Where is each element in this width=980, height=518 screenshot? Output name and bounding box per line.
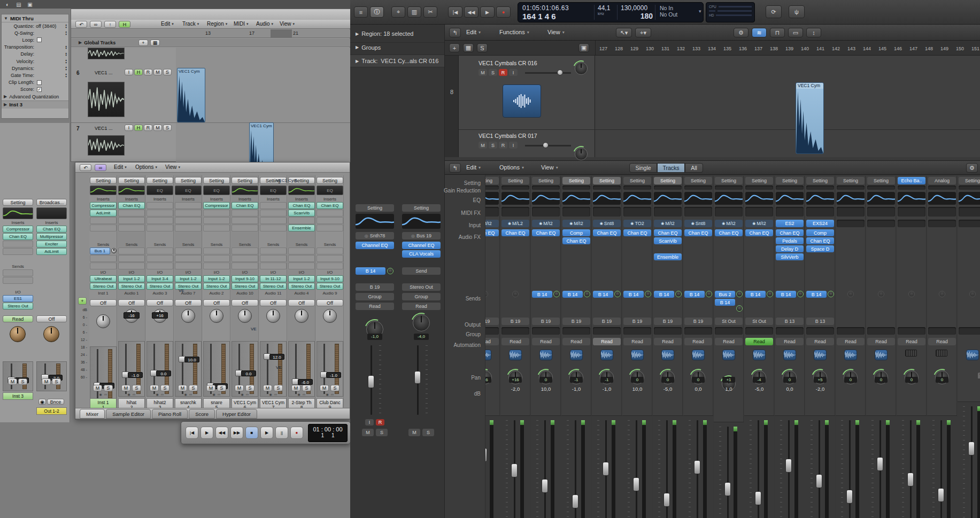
add-channel-button[interactable]: + [78, 297, 87, 305]
insert-slot-empty[interactable] [203, 210, 230, 217]
setting-button[interactable]: Broadcas... [36, 199, 67, 206]
audio-fx-slot[interactable]: Comp [806, 229, 834, 236]
back-icon[interactable]: ↰ [449, 28, 461, 37]
setting-button[interactable]: Setting [715, 177, 743, 184]
audio-fx-slot[interactable]: SilvVerb [776, 253, 804, 260]
audio-fx-slot[interactable]: Ensemble [654, 253, 682, 260]
insert-slot-empty[interactable] [118, 225, 145, 231]
solo-button[interactable]: S [132, 385, 141, 391]
send-slot-empty[interactable] [118, 262, 145, 269]
tab-score[interactable]: Score [189, 409, 215, 419]
track-h-button[interactable]: H [134, 69, 143, 75]
mute-button[interactable]: M [291, 385, 300, 391]
eq-display[interactable] [623, 192, 651, 205]
eq-display[interactable] [356, 214, 394, 229]
output-slot[interactable]: Stereo Out [203, 283, 230, 290]
send-knob[interactable] [706, 291, 712, 297]
volume-fader[interactable] [542, 479, 548, 493]
menu-region[interactable]: Region▾ [207, 21, 227, 27]
setting-button[interactable]: Analog [928, 177, 956, 184]
send-slot[interactable]: Bus 1 [90, 248, 110, 254]
track-r-button[interactable]: R [144, 125, 152, 131]
bounce-button[interactable]: Bnce [47, 399, 64, 405]
output-slot[interactable]: Stereo Out [288, 283, 315, 290]
setting-button[interactable]: Setting [317, 177, 343, 184]
eq-display[interactable] [684, 192, 712, 205]
eq-display[interactable] [928, 192, 956, 205]
input-slot[interactable]: In 11-12 [260, 275, 287, 282]
group-slot[interactable] [654, 327, 682, 335]
audio-fx-slot[interactable]: Chan EQ [623, 229, 651, 236]
eq-display[interactable] [715, 192, 743, 205]
pause-button[interactable]: || [275, 427, 288, 439]
send-knob[interactable] [736, 305, 743, 312]
setting-button[interactable]: Setting [501, 177, 529, 184]
output-slot[interactable]: B 19 [654, 318, 682, 325]
global-tracks-bar[interactable]: ▶Global Tracks+▦ [71, 38, 351, 47]
duplicate-track-button[interactable]: ▦ [463, 43, 474, 52]
input-slot[interactable]: ◉Snt8 [684, 220, 712, 227]
send-knob[interactable] [387, 268, 393, 274]
insert-slot[interactable]: Chan EQ [317, 202, 343, 209]
param-checkbox[interactable]: ✓ [37, 87, 42, 92]
send-knob[interactable] [767, 291, 773, 297]
group-slot[interactable]: Group [356, 293, 394, 300]
send-slot-empty[interactable] [90, 255, 117, 262]
param-stepper[interactable]: ▴▾ [65, 45, 67, 50]
automation-mode-button[interactable]: Read [356, 303, 394, 310]
pan-knob[interactable] [413, 314, 430, 331]
app-icon-2[interactable]: ▤ [14, 1, 23, 8]
param-stepper[interactable]: ▴▾ [65, 66, 67, 71]
region-header[interactable]: Region: 18 selected [361, 30, 413, 37]
insert-slot[interactable]: Compressor [203, 202, 230, 209]
input-slot[interactable]: Ultrabeat [90, 275, 117, 282]
automation-mode-button[interactable]: Read [501, 338, 529, 345]
eq-display[interactable] [776, 192, 804, 205]
volume-fader[interactable] [368, 375, 374, 388]
volume-fader[interactable] [511, 463, 518, 477]
track-pan-knob[interactable] [575, 148, 588, 160]
mute-button[interactable]: M [235, 385, 244, 391]
solo-button[interactable]: S [302, 385, 311, 391]
insert-slot[interactable]: Multipressor [36, 233, 67, 240]
mute-button[interactable]: M [42, 378, 51, 385]
forward-button[interactable]: ▶▶ [230, 427, 243, 439]
insert-slot-empty[interactable] [146, 217, 173, 224]
automation-mode-button[interactable]: Off [203, 299, 230, 306]
send-slot-empty[interactable] [203, 262, 230, 269]
param-stepper[interactable]: ▴▾ [65, 30, 67, 35]
solo-button[interactable]: S [422, 429, 434, 436]
insert-slot-empty[interactable] [317, 217, 343, 224]
insert-slot[interactable]: Chan EQ [288, 202, 315, 209]
input-slot[interactable]: ◉M/L2 [501, 220, 529, 227]
send-slot[interactable]: B 14 [623, 291, 644, 298]
track-waveform-icon[interactable] [503, 84, 541, 118]
send-slot-empty[interactable] [203, 248, 230, 254]
device-slot[interactable]: ◎Bus 19 [402, 232, 441, 239]
solo-button[interactable]: S [104, 385, 113, 391]
eq-display[interactable] [806, 192, 834, 205]
bar-ruler[interactable]: 131721 [71, 29, 351, 38]
track-s-button[interactable]: S [163, 69, 172, 75]
group-slot[interactable] [532, 327, 560, 335]
mute-button[interactable]: M [408, 429, 420, 436]
input-slot[interactable]: Input 1-2 [175, 275, 202, 282]
input-slot-empty[interactable] [898, 220, 925, 227]
volume-fader[interactable] [603, 462, 609, 476]
audio-fx-slot[interactable]: Chan EQ [776, 229, 804, 236]
play-from-selection-button[interactable]: ▶ [200, 427, 213, 439]
solo-button[interactable]: S [217, 385, 226, 391]
group-slot[interactable] [837, 327, 865, 335]
send-slot[interactable]: B 14 [684, 291, 705, 298]
volume-fader[interactable] [694, 460, 700, 474]
track-header-label[interactable]: Track: [361, 58, 377, 64]
setting-button[interactable]: Setting [146, 177, 173, 184]
send-slot[interactable]: Send [402, 267, 441, 275]
param-value[interactable]: off (3840) [36, 24, 65, 29]
audio-fx-slot[interactable]: Chan EQ [562, 237, 590, 244]
rewind-button[interactable]: ◀◀ [464, 6, 479, 18]
eq-display[interactable] [3, 207, 33, 219]
input-slot[interactable]: ◉M/I2 [745, 220, 773, 227]
audio-fx-slot[interactable]: Delay D [776, 245, 804, 252]
midi-fx-slot[interactable] [532, 207, 560, 217]
